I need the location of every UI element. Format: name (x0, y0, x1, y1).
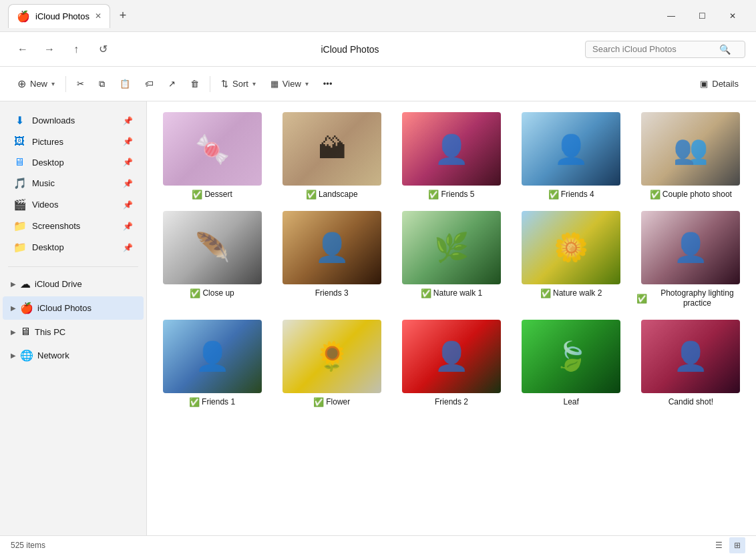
sync-check-icon-photography: ✅ (636, 294, 647, 304)
sidebar-icon-music: 🎵 (13, 177, 25, 190)
photo-status-friends3: Friends 3 (315, 288, 349, 299)
group-icon-icloud-drive: ☁ (20, 278, 31, 290)
sync-check-icon-dessert: ✅ (192, 190, 202, 200)
group-icon-network: 🌐 (20, 349, 33, 362)
sidebar-item-desktop2[interactable]: 📁 Desktop 📌 (3, 237, 144, 258)
sidebar-group-icloud-drive[interactable]: ▶ ☁ iCloud Drive (3, 272, 144, 296)
list-view-button[interactable]: ☰ (711, 537, 727, 553)
view-icon: ▦ (270, 79, 278, 89)
photo-status-friends4: ✅ Friends 4 (548, 190, 594, 200)
search-input[interactable] (592, 44, 719, 54)
delete-button[interactable]: 🗑 (184, 75, 206, 93)
view-button[interactable]: ▦ View ▾ (264, 75, 315, 93)
photo-thumb-friends1: 👤 (163, 320, 262, 393)
copy-button[interactable]: ⧉ (92, 75, 112, 93)
new-plus-icon: ⊕ (17, 77, 26, 90)
sidebar-item-pictures[interactable]: 🖼 Pictures 📌 (3, 131, 144, 152)
navigation-toolbar: ← → ↑ ↺ iCloud Photos 🔍 (0, 32, 756, 67)
address-bar[interactable]: iCloud Photos (134, 44, 566, 55)
sidebar-icon-desktop: 🖥 (13, 156, 25, 168)
tab-icloud-icon: 🍎 (17, 10, 30, 23)
sidebar-icon-screenshots: 📁 (13, 220, 25, 232)
sidebar-label-music: Music (32, 178, 116, 188)
photo-item-closeup[interactable]: 🪶 ✅ Close up (158, 211, 266, 309)
sidebar-item-desktop[interactable]: 🖥 Desktop 📌 (3, 152, 144, 172)
quick-access-section: ⬇ Downloads 📌 🖼 Pictures 📌 🖥 Desktop 📌 🎵… (0, 107, 146, 261)
new-button[interactable]: ⊕ New ▾ (11, 73, 61, 94)
sync-check-icon-nature2: ✅ (540, 288, 551, 298)
sidebar-item-music[interactable]: 🎵 Music 📌 (3, 173, 144, 194)
photo-grid-container: 🍬 ✅ Dessert 🏔 ✅ Landscape 👤 ✅ Friends 5 … (147, 101, 756, 535)
new-chevron-icon: ▾ (51, 80, 55, 87)
photo-status-flower: ✅ Flower (313, 397, 350, 408)
tab-close-button[interactable]: ✕ (95, 11, 102, 21)
forward-button[interactable]: → (37, 37, 61, 61)
photo-item-flower[interactable]: 🌻 ✅ Flower (277, 320, 386, 408)
pin-icon-pictures: 📌 (123, 137, 133, 146)
status-bar: 525 items ☰ ⊞ (0, 535, 756, 554)
photo-item-friends3[interactable]: 👤 Friends 3 (277, 211, 386, 309)
photo-status-closeup: ✅ Close up (190, 288, 234, 299)
pin-icon-desktop: 📌 (123, 158, 133, 167)
more-icon: ••• (323, 79, 333, 89)
photo-thumb-friends3: 👤 (282, 211, 381, 284)
photo-grid: 🍬 ✅ Dessert 🏔 ✅ Landscape 👤 ✅ Friends 5 … (158, 112, 745, 407)
tab-label: iCloud Photos (35, 11, 89, 21)
paste-button[interactable]: 📋 (113, 75, 137, 93)
grid-view-button[interactable]: ⊞ (729, 537, 745, 553)
search-icon[interactable]: 🔍 (719, 44, 731, 55)
sidebar-item-downloads[interactable]: ⬇ Downloads 📌 (3, 110, 144, 131)
photo-item-photography[interactable]: 👤 ✅ Photography lighting practice (636, 211, 745, 309)
photo-name-dessert: Dessert (204, 190, 232, 200)
photo-item-dessert[interactable]: 🍬 ✅ Dessert (158, 112, 266, 200)
sidebar-divider-1 (8, 266, 138, 267)
chevron-icon-network: ▶ (11, 352, 16, 359)
sidebar-icon-downloads: ⬇ (13, 114, 25, 127)
photo-item-friends5[interactable]: 👤 ✅ Friends 5 (397, 112, 506, 200)
up-button[interactable]: ↑ (64, 37, 88, 61)
photo-item-friends2[interactable]: 👤 Friends 2 (397, 320, 506, 408)
share-icon: ↗ (168, 79, 176, 89)
photo-name-friends1: Friends 1 (202, 397, 235, 408)
sidebar-group-icloud-photos[interactable]: ▶ 🍎 iCloud Photos (3, 296, 144, 320)
photo-status-friends2: Friends 2 (435, 397, 468, 408)
photo-item-nature2[interactable]: 🌼 ✅ Nature walk 2 (517, 211, 626, 309)
photo-item-nature1[interactable]: 🌿 ✅ Nature walk 1 (397, 211, 506, 309)
photo-status-nature2: ✅ Nature walk 2 (540, 288, 602, 299)
sort-button[interactable]: ⇅ Sort ▾ (214, 75, 262, 93)
close-button[interactable]: ✕ (717, 5, 748, 27)
share-button[interactable]: ↗ (162, 75, 182, 93)
sidebar-group-this-pc[interactable]: ▶ 🖥 This PC (3, 320, 144, 343)
photo-item-landscape[interactable]: 🏔 ✅ Landscape (277, 112, 386, 200)
delete-icon: 🗑 (190, 79, 199, 89)
photo-item-candid[interactable]: 👤 Candid shot! (636, 320, 745, 408)
maximize-button[interactable]: ☐ (687, 5, 717, 27)
more-button[interactable]: ••• (317, 75, 339, 93)
active-tab[interactable]: 🍎 iCloud Photos ✕ (8, 4, 110, 28)
cut-button[interactable]: ✂ (70, 75, 91, 93)
sidebar-item-videos[interactable]: 🎬 Videos 📌 (3, 194, 144, 215)
sync-check-icon-flower: ✅ (313, 397, 324, 407)
new-tab-button[interactable]: + (113, 6, 133, 26)
minimize-button[interactable]: — (656, 5, 687, 27)
command-bar: ⊕ New ▾ ✂ ⧉ 📋 🏷 ↗ 🗑 ⇅ Sort ▾ ▦ View ▾ ••… (0, 67, 756, 101)
photo-thumb-photography: 👤 (641, 211, 740, 284)
refresh-button[interactable]: ↺ (91, 37, 115, 61)
rename-button[interactable]: 🏷 (138, 75, 160, 93)
sidebar-label-screenshots: Screenshots (32, 221, 116, 231)
cmd-separator-2 (210, 76, 210, 92)
photo-item-leaf[interactable]: 🍃 Leaf (517, 320, 626, 408)
sidebar-item-screenshots[interactable]: 📁 Screenshots 📌 (3, 216, 144, 236)
photo-item-friends4[interactable]: 👤 ✅ Friends 4 (517, 112, 626, 200)
window-controls: — ☐ ✕ (656, 5, 748, 27)
rename-icon: 🏷 (145, 79, 154, 89)
details-button[interactable]: ▣ Details (693, 75, 745, 93)
photo-item-couple[interactable]: 👥 ✅ Couple photo shoot (636, 112, 745, 200)
photo-status-leaf: Leaf (564, 397, 579, 408)
details-button-label: Details (712, 79, 739, 89)
items-count: 525 items (11, 541, 45, 550)
photo-item-friends1[interactable]: 👤 ✅ Friends 1 (158, 320, 266, 408)
photo-name-closeup: Close up (202, 288, 234, 299)
back-button[interactable]: ← (11, 37, 35, 61)
sidebar-group-network[interactable]: ▶ 🌐 Network (3, 344, 144, 367)
